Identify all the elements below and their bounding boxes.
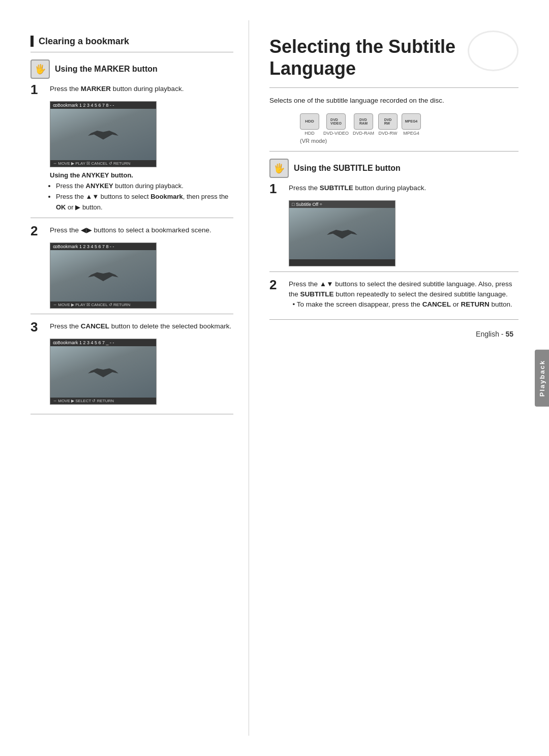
subtitle-screenshot: □ Subtitle Off ÷	[289, 200, 395, 266]
seagull-icon-subtitle	[322, 221, 362, 246]
anykey-bullet-2: Press the ▲▼ buttons to select Bookmark,…	[56, 192, 233, 213]
page-label: English -	[476, 330, 505, 338]
right-step-1-num: 1	[269, 182, 285, 195]
vr-mode-text: (VR mode)	[300, 138, 518, 144]
divider-1	[30, 52, 233, 52]
sidebar-playback-tab: Playback	[535, 349, 549, 406]
marker-button-title: Using the MARKER button	[55, 65, 158, 74]
right-step-2: 2 Press the ▲▼ buttons to select the des…	[269, 279, 518, 310]
format-icon-hdd: HDD HDD	[300, 113, 319, 136]
anykey-bullet-1: Press the ANYKEY button during playback.	[56, 181, 233, 192]
divider-2	[30, 218, 233, 218]
screenshot-3-bottombar: ↔ MOVE ▶ SELECT ↺ RETURN	[50, 398, 156, 404]
seagull-icon-1	[83, 122, 124, 147]
format-icons-row: HDD HDD DVDVIDEO DVD-VIDEO DVDRAM DVD-RA…	[300, 113, 518, 136]
screenshot-3-body	[50, 346, 156, 398]
clearing-bookmark-header: Clearing a bookmark	[30, 36, 233, 47]
step-3-num: 3	[30, 320, 46, 334]
screenshot-1-body	[50, 109, 156, 160]
subtitle-desc: Selects one of the subtitle language rec…	[269, 95, 518, 106]
seagull-icon-2	[83, 263, 124, 289]
marker-button-header: 🖐 Using the MARKER button	[30, 59, 233, 79]
screenshot-1: ꝏBookmark 1 2 3 4 5 6 7 8 - - ↔ MOVE ▶ P…	[50, 101, 157, 167]
screenshot-2-body	[50, 250, 156, 301]
right-divider-1	[269, 87, 518, 88]
right-divider-bottom	[269, 319, 518, 320]
format-icon-dvd-ram: DVDRAM DVD-RAM	[353, 113, 374, 136]
subtitle-button-header: 🖐 Using the SUBTITLE button	[269, 159, 518, 178]
right-step-1-text: Press the SUBTITLE button during playbac…	[289, 183, 518, 193]
screenshot-1-bottombar: ↔ MOVE ▶ PLAY ☒ CANCEL ↺ RETURN	[50, 160, 156, 167]
step-3-text: Press the CANCEL button to delete the se…	[50, 321, 233, 331]
format-icon-mpeg4: MPEG4 MPEG4	[402, 113, 421, 136]
step-1-text: Press the MARKER button during playback.	[50, 84, 233, 94]
format-icon-dvd-rw: DVDRW DVD-RW	[378, 113, 398, 136]
left-column: Clearing a bookmark 🖐 Using the MARKER b…	[0, 20, 249, 736]
right-step-2-num: 2	[269, 278, 285, 291]
subtitle-button-title: Using the SUBTITLE button	[294, 164, 401, 173]
right-column: Selecting the Subtitle Language Selects …	[249, 20, 549, 736]
step-2-text: Press the ◀▶ buttons to select a bookmar…	[50, 225, 233, 235]
subtitle-icon: 🖐	[269, 159, 289, 178]
screenshot-2: ꝏBookmark 1 2 3 4 5 6 7 8 - - ↔ MOVE ▶ P…	[50, 243, 157, 309]
anykey-bullets: Press the ANYKEY button during playback.…	[50, 181, 233, 213]
clearing-bookmark-title: Clearing a bookmark	[39, 36, 129, 47]
subtitle-screenshot-bottombar	[289, 259, 395, 266]
step-1-num: 1	[30, 83, 46, 96]
step-3: 3 Press the CANCEL button to delete the …	[30, 321, 233, 334]
marker-icon: 🖐	[30, 59, 50, 79]
subtitle-screenshot-body	[289, 208, 395, 259]
step-1: 1 Press the MARKER button during playbac…	[30, 84, 233, 96]
right-step-2-text: Press the ▲▼ buttons to select the desir…	[289, 279, 518, 310]
page-num-value: 55	[505, 330, 513, 338]
screenshot-3: ꝏBookmark 1 2 3 4 5 6 7 _ - - ↔ MOVE ▶ S…	[50, 339, 157, 405]
anykey-title: Using the ANYKEY button.	[50, 171, 233, 179]
black-bar-icon	[30, 36, 34, 47]
big-title: Selecting the Subtitle Language	[269, 36, 518, 79]
subtitle-screenshot-topbar: □ Subtitle Off ÷	[289, 201, 395, 208]
step-2: 2 Press the ◀▶ buttons to select a bookm…	[30, 225, 233, 237]
page-number: English - 55	[269, 330, 518, 338]
format-icon-dvd-video: DVDVIDEO DVD-VIDEO	[323, 113, 349, 136]
screenshot-2-bottombar: ↔ MOVE ▶ PLAY ☒ CANCEL ↺ RETURN	[50, 301, 156, 308]
screenshot-1-topbar: ꝏBookmark 1 2 3 4 5 6 7 8 - -	[50, 102, 156, 109]
anykey-section: Using the ANYKEY button. Press the ANYKE…	[50, 171, 233, 213]
right-divider-2	[269, 151, 518, 152]
right-step-1: 1 Press the SUBTITLE button during playb…	[269, 183, 518, 195]
screenshot-3-topbar: ꝏBookmark 1 2 3 4 5 6 7 _ - -	[50, 339, 156, 346]
step-2-num: 2	[30, 224, 46, 237]
divider-bottom	[30, 414, 233, 414]
screenshot-2-topbar: ꝏBookmark 1 2 3 4 5 6 7 8 - -	[50, 243, 156, 250]
divider-3	[30, 314, 233, 314]
right-divider-3	[269, 271, 518, 272]
title-decoration	[468, 31, 518, 71]
seagull-icon-3	[83, 359, 124, 385]
